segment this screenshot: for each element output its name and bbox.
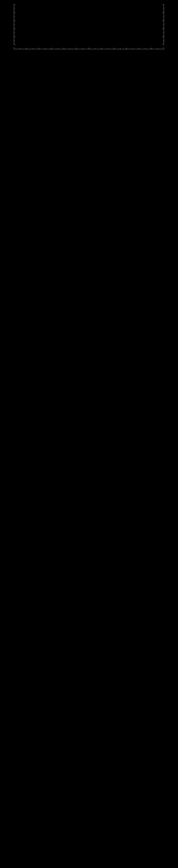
spectrogram-page — [0, 0, 178, 868]
spectrogram-panel — [0, 0, 178, 59]
panel-axes — [0, 0, 178, 59]
